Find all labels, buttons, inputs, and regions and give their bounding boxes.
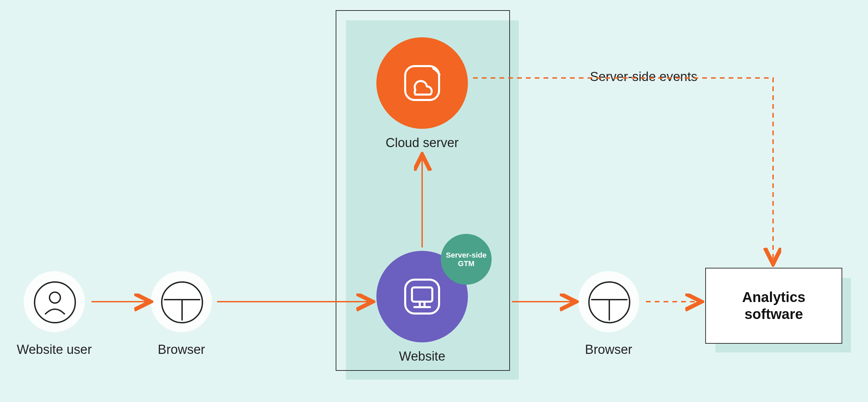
analytics-line1: Analytics [742, 289, 806, 305]
svg-rect-5 [412, 287, 432, 302]
svg-point-0 [50, 292, 60, 303]
user-icon [34, 281, 76, 323]
cloud-label: Cloud server [366, 136, 478, 150]
gtm-line1-real: Server-side [446, 251, 487, 259]
window-icon [162, 283, 202, 322]
browser2-label: Browser [570, 342, 648, 357]
browser1-icon [161, 281, 203, 323]
analytics-line2: software [745, 306, 803, 322]
analytics-label: Analytics software [742, 289, 806, 323]
cloud-icon [376, 37, 468, 129]
browser2-icon [588, 281, 630, 323]
person-icon [35, 283, 75, 322]
user-label: Website user [7, 342, 102, 357]
sse-label: Server-side events [590, 69, 697, 84]
browser1-label: Browser [142, 342, 220, 357]
website-label: Website [380, 349, 465, 364]
analytics-box: Analytics software [705, 268, 842, 344]
gtm-badge: Server-side GTM [441, 234, 492, 285]
svg-rect-4 [405, 280, 439, 314]
gtm-line2: GTM [458, 259, 475, 268]
cloud-circle [376, 37, 468, 129]
gtm-badge-text: Server-side GTM [446, 251, 487, 268]
diagram-canvas: Analytics software Website user Browser … [0, 0, 868, 402]
window-icon [590, 283, 629, 322]
